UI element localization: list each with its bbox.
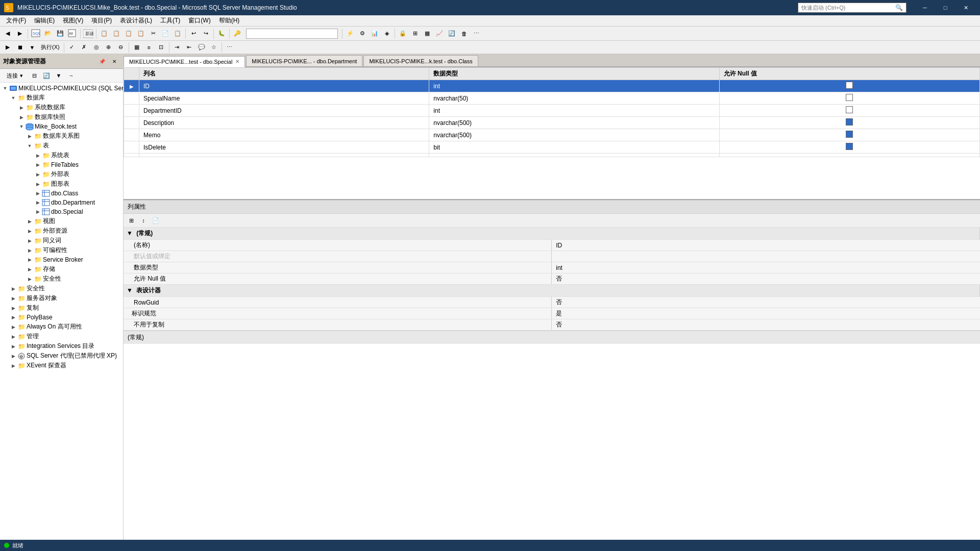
oe-filter-button[interactable]: ▼ bbox=[53, 70, 64, 81]
tree-node-sql-agent[interactable]: ▶ ⚙ SQL Server 代理(已禁用代理 XP) bbox=[1, 351, 122, 361]
toolbar2-parse[interactable]: ✗ bbox=[79, 42, 90, 53]
table-row[interactable]: DepartmentIDint bbox=[124, 105, 980, 117]
tree-expand-sys-tables[interactable]: ▶ bbox=[34, 152, 42, 160]
tree-node-sys-db[interactable]: ▶ 📁 系统数据库 bbox=[1, 103, 122, 112]
tab-dbo-special[interactable]: MIKELUCIS-PC\MIKE...test - dbo.Special ✕ bbox=[124, 56, 245, 67]
tree-expand-service-broker[interactable]: ▶ bbox=[26, 256, 34, 264]
tree-expand-tables[interactable]: ▼ bbox=[26, 142, 34, 150]
table-row[interactable]: Memonvarchar(500) bbox=[124, 129, 980, 141]
tree-expand-dbo-department[interactable]: ▶ bbox=[34, 198, 42, 207]
props-group-general[interactable]: ▼ (常规) bbox=[124, 228, 980, 240]
toolbar-stop[interactable]: 🗑 bbox=[458, 28, 470, 39]
menu-table-designer[interactable]: 表设计器(L) bbox=[116, 15, 156, 26]
col-type-cell[interactable]: int bbox=[429, 105, 719, 117]
toolbar2-btn2[interactable]: ◼ bbox=[14, 42, 26, 53]
toolbar-save-all[interactable]: All bbox=[67, 28, 78, 39]
toolbar-btn4[interactable]: 📋 bbox=[135, 28, 146, 39]
tree-node-dbo-department[interactable]: ▶ dbo.Department bbox=[1, 198, 122, 207]
minimize-button[interactable]: ─ bbox=[915, 0, 935, 15]
col-name-cell[interactable]: ID bbox=[139, 80, 429, 92]
toolbar2-results1[interactable]: ▦ bbox=[131, 42, 142, 53]
col-type-cell[interactable]: nvarchar(50) bbox=[429, 92, 719, 105]
toolbar-debug[interactable]: 🐛 bbox=[216, 28, 227, 39]
tree-expand-db-snapshot[interactable]: ▶ bbox=[17, 113, 26, 121]
tree-node-db-snapshot[interactable]: ▶ 📁 数据库快照 bbox=[1, 112, 122, 122]
toolbar-save[interactable]: 💾 bbox=[55, 28, 66, 39]
tree-expand-integration-services[interactable]: ▶ bbox=[9, 342, 17, 350]
col-type-cell[interactable] bbox=[429, 154, 719, 157]
toolbar2-results2[interactable]: ≡ bbox=[143, 42, 155, 53]
table-row[interactable]: ▶IDint bbox=[124, 80, 980, 92]
toolbar-grid[interactable]: ⊞ bbox=[409, 28, 421, 39]
tree-expand-dbo-special[interactable]: ▶ bbox=[34, 208, 42, 216]
tree-expand-mike-db[interactable]: ▼ bbox=[17, 122, 26, 131]
menu-help[interactable]: 帮助(H) bbox=[215, 15, 244, 26]
tree-expand-server-security[interactable]: ▶ bbox=[9, 285, 17, 293]
tab-dbo-class[interactable]: MIKELUCIS-PC\MIKE...k.test - dbo.Class bbox=[363, 55, 478, 66]
table-row[interactable]: IsDeletebit bbox=[124, 141, 980, 154]
menu-edit[interactable]: 编辑(E) bbox=[30, 15, 59, 26]
tree-expand-views[interactable]: ▶ bbox=[26, 217, 34, 226]
tree-expand-sql-agent[interactable]: ▶ bbox=[9, 352, 17, 360]
table-row[interactable]: Descriptionnvarchar(500) bbox=[124, 117, 980, 129]
toolbar2-btn5[interactable]: ⊕ bbox=[103, 42, 114, 53]
col-nullable-cell[interactable] bbox=[719, 129, 979, 141]
tree-node-server[interactable]: ▼ MIKELUCIS-PC\MIKELUCSI (SQL Serve bbox=[1, 84, 122, 93]
tab-dbo-department[interactable]: MIKELUCIS-PC\MIKE... - dbo.Department bbox=[246, 55, 362, 66]
tree-node-integration-services[interactable]: ▶ 📁 Integration Services 目录 bbox=[1, 341, 122, 351]
toolbar2-more[interactable]: ⋯ bbox=[224, 42, 235, 53]
toolbar-more1[interactable]: 📊 bbox=[369, 28, 380, 39]
col-nullable-cell[interactable] bbox=[719, 92, 979, 105]
tree-node-dbo-special[interactable]: ▶ dbo.Special bbox=[1, 207, 122, 216]
toolbar-graph[interactable]: 📈 bbox=[434, 28, 445, 39]
toolbar-new-query-btn[interactable]: SQL bbox=[30, 28, 41, 39]
toolbar-copy[interactable]: 📄 bbox=[160, 28, 171, 39]
col-nullable-cell[interactable] bbox=[719, 80, 979, 92]
toolbar-new-query[interactable]: 新建查询(N) bbox=[83, 28, 94, 39]
tree-node-polybase[interactable]: ▶ 📁 PolyBase bbox=[1, 313, 122, 322]
toolbar-db-dropdown[interactable] bbox=[246, 29, 338, 39]
toolbar-back[interactable]: ◀ bbox=[2, 28, 13, 39]
tree-node-external-tables[interactable]: ▶ 📁 外部表 bbox=[1, 169, 122, 179]
tree-node-sys-tables[interactable]: ▶ 📁 系统表 bbox=[1, 151, 122, 160]
tree-expand-synonyms[interactable]: ▶ bbox=[26, 237, 34, 245]
toolbar-key[interactable]: 🔑 bbox=[232, 28, 243, 39]
col-name-cell[interactable]: DepartmentID bbox=[139, 105, 429, 117]
tree-node-replication[interactable]: ▶ 📁 复制 bbox=[1, 303, 122, 313]
toolbar-connect[interactable]: ⚡ bbox=[345, 28, 356, 39]
tree-node-db-security[interactable]: ▶ 📁 安全性 bbox=[1, 274, 122, 284]
tree-expand-filetables[interactable]: ▶ bbox=[34, 161, 42, 169]
toolbar-cut[interactable]: ✂ bbox=[148, 28, 159, 39]
tree-expand-sys-db[interactable]: ▶ bbox=[17, 104, 26, 112]
toolbar-more3[interactable]: ⋯ bbox=[471, 28, 482, 39]
oe-new-button[interactable]: → bbox=[65, 70, 77, 81]
tree-node-always-on[interactable]: ▶ 📁 Always On 高可用性 bbox=[1, 322, 122, 332]
tree-node-synonyms[interactable]: ▶ 📁 同义词 bbox=[1, 236, 122, 245]
menu-window[interactable]: 窗口(W) bbox=[184, 15, 214, 26]
tree-expand-server[interactable]: ▼ bbox=[1, 84, 9, 92]
tree-expand-graph-tables[interactable]: ▶ bbox=[34, 180, 42, 188]
toolbar2-btn6[interactable]: ⊖ bbox=[115, 42, 127, 53]
menu-view[interactable]: 视图(V) bbox=[59, 15, 87, 26]
col-nullable-cell[interactable] bbox=[719, 141, 979, 154]
toolbar2-results3[interactable]: ⊡ bbox=[156, 42, 167, 53]
tree-expand-management[interactable]: ▶ bbox=[9, 333, 17, 341]
tree-node-xevent[interactable]: ▶ 📁 XEvent 探查器 bbox=[1, 361, 122, 370]
quick-search-input[interactable] bbox=[801, 5, 893, 11]
col-nullable-cell[interactable] bbox=[719, 117, 979, 129]
toolbar2-indent1[interactable]: ⇥ bbox=[172, 42, 183, 53]
tree-expand-server-objects[interactable]: ▶ bbox=[9, 294, 17, 303]
tree-node-management[interactable]: ▶ 📁 管理 bbox=[1, 332, 122, 341]
col-name-cell[interactable]: Description bbox=[139, 117, 429, 129]
tree-node-storage[interactable]: ▶ 📁 存储 bbox=[1, 264, 122, 274]
props-pages-btn[interactable]: 📄 bbox=[150, 215, 161, 226]
maximize-button[interactable]: □ bbox=[935, 0, 955, 15]
close-button[interactable]: ✕ bbox=[955, 0, 976, 15]
tree-node-dbo-class[interactable]: ▶ dbo.Class bbox=[1, 189, 122, 198]
toolbar2-btn3[interactable]: ▼ bbox=[27, 42, 38, 53]
oe-connect-button[interactable]: 连接 ▾ bbox=[2, 70, 28, 81]
tab-close-dbo-special[interactable]: ✕ bbox=[235, 59, 239, 64]
tree-node-databases[interactable]: ▼ 📁 数据库 bbox=[1, 93, 122, 103]
tree-expand-dbo-class[interactable]: ▶ bbox=[34, 189, 42, 197]
tree-node-external-resources[interactable]: ▶ 📁 外部资源 bbox=[1, 226, 122, 236]
